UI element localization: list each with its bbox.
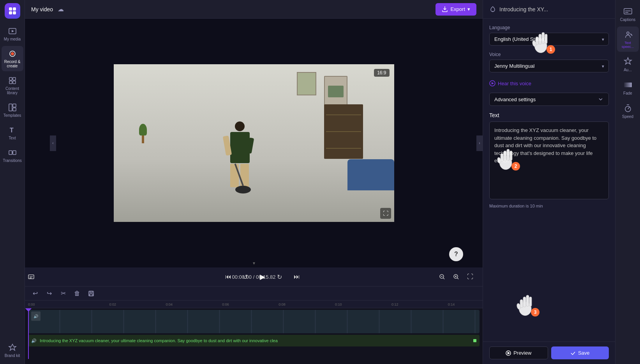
delete-button[interactable]: 🗑 [72, 288, 83, 299]
collapse-left-panel[interactable]: ‹ [50, 135, 56, 151]
ruler-marks: 0:00 0:02 0:04 0:06 0:08 0:10 0:12 0:14 [28, 302, 480, 306]
sidebar-item-templates[interactable]: Templates [2, 100, 23, 121]
preview-play-icon [506, 350, 511, 356]
ruler-mark-10: 0:10 [310, 302, 367, 306]
language-label: Language [489, 25, 609, 30]
ruler-mark-4: 0:04 [141, 302, 197, 306]
timeline-toolbar: ↩ ↪ ✂ 🗑 [25, 287, 483, 301]
text-speech-label: Textspeec... [622, 41, 634, 49]
auto-icon [623, 56, 633, 67]
timeline-area: ↩ ↪ ✂ 🗑 0:00 0:02 0:04 0:0 [25, 286, 483, 364]
far-right-item-captions[interactable]: Captions [617, 3, 639, 25]
language-select[interactable]: English (United States) [489, 33, 609, 46]
svg-line-43 [628, 107, 629, 109]
video-title[interactable]: My video [31, 6, 53, 12]
collapse-right-panel[interactable]: › [476, 135, 483, 151]
app-logo [5, 3, 20, 19]
sidebar-item-brand[interactable]: Brand kit [2, 340, 23, 361]
svg-rect-37 [624, 9, 632, 14]
voice-label: Voice [489, 52, 609, 57]
auto-save-icon: ☁ [58, 5, 64, 13]
caption-toggle-button[interactable] [25, 271, 37, 283]
sidebar-item-transitions[interactable]: Transitions [2, 145, 23, 166]
redo-button[interactable]: ↪ [44, 288, 55, 299]
help-button[interactable]: ? [449, 247, 463, 261]
panel-actions: Preview Save [483, 341, 615, 364]
save-button[interactable]: Save [551, 346, 609, 359]
svg-rect-17 [13, 151, 16, 155]
timeline-ruler: 0:00 0:02 0:04 0:06 0:08 0:10 0:12 0:14 [25, 301, 483, 308]
svg-line-23 [443, 278, 444, 279]
sidebar-label-text: Text [9, 136, 16, 140]
ruler-mark-2: 0:02 [85, 302, 141, 306]
voice-section: Voice Jenny Multilingual [489, 52, 609, 72]
video-track[interactable]: 🔊 [28, 310, 480, 333]
timeline-tracks: 🔊 🔊 Introducing the XYZ vacuum cleaner, … [25, 308, 483, 359]
hear-voice-button[interactable]: Hear this voice [489, 79, 531, 88]
far-right-item-speed[interactable]: Speed [617, 100, 639, 122]
video-scene [114, 64, 394, 222]
sidebar-label-record: Record &create [4, 60, 21, 68]
sidebar-item-text[interactable]: T Text [2, 122, 23, 143]
panel-content: Language English (United States) Voice J… [483, 19, 615, 341]
templates-icon [8, 103, 17, 112]
svg-rect-31 [90, 294, 93, 296]
text-icon: T [8, 125, 17, 135]
chevron-down-icon [598, 96, 604, 102]
export-button[interactable]: Export ▾ [435, 3, 476, 16]
export-icon [442, 6, 448, 12]
advanced-settings-row[interactable]: Advanced settings [489, 93, 609, 106]
sidebar-label-brand: Brand kit [5, 353, 20, 358]
sidebar-item-my-media[interactable]: My media [2, 23, 23, 44]
far-right-item-text-speech[interactable]: Textspeec... [617, 26, 639, 52]
fit-to-screen-button[interactable]: ⛶ [464, 271, 476, 283]
svg-rect-11 [13, 81, 16, 84]
video-controls-bar: ⏮ ↺ ▶ ↻ ⏭ 00:00.00 / 00:15.82 ⛶ [25, 267, 483, 286]
svg-point-7 [11, 52, 14, 55]
text-section-label: Text [489, 112, 609, 118]
svg-rect-2 [9, 11, 12, 14]
svg-marker-5 [12, 30, 14, 32]
text-content-input[interactable]: Introducing the XYZ vacuum cleaner, your… [489, 121, 609, 199]
sidebar-label-templates: Templates [4, 113, 21, 118]
svg-rect-13 [13, 104, 16, 107]
svg-rect-3 [13, 11, 16, 14]
ruler-mark-14: 0:14 [423, 302, 480, 306]
scroll-indicator: ▾ [253, 260, 255, 266]
undo-button[interactable]: ↩ [30, 288, 41, 299]
svg-rect-10 [9, 81, 12, 84]
playhead[interactable] [28, 308, 29, 359]
timecode-display: 00:00.00 / 00:15.82 [232, 274, 275, 280]
language-select-wrapper: English (United States) [489, 33, 609, 46]
fade-label: Fade [623, 91, 632, 95]
save-state-icon [88, 290, 95, 297]
svg-line-26 [457, 278, 458, 279]
aspect-ratio-badge: 16:9 [374, 69, 389, 77]
audio-track[interactable]: 🔊 Introducing the XYZ vacuum cleaner, yo… [28, 335, 480, 346]
far-right-item-auto[interactable]: Au... [617, 53, 639, 75]
preview-button[interactable]: Preview [489, 346, 548, 359]
fade-svg [623, 80, 633, 90]
cut-button[interactable]: ✂ [58, 288, 69, 299]
zoom-controls: ⛶ [436, 271, 476, 283]
hear-voice-label: Hear this voice [498, 81, 531, 86]
fade-icon [623, 80, 633, 90]
voice-select-wrapper: Jenny Multilingual [489, 60, 609, 72]
topbar: My video ☁ Export ▾ [25, 0, 483, 19]
svg-rect-0 [9, 7, 12, 11]
play-circle-icon [489, 80, 495, 86]
far-right-item-fade[interactable]: Fade [617, 77, 639, 98]
save-state-button[interactable] [86, 288, 97, 299]
zoom-in-button[interactable] [450, 271, 462, 283]
skip-end-button[interactable]: ⏭ [291, 271, 303, 283]
sidebar-item-content-library[interactable]: Content library [2, 73, 23, 98]
zoom-out-button[interactable] [436, 271, 448, 283]
svg-point-40 [627, 32, 629, 34]
sidebar-label-content: Content library [3, 86, 22, 95]
fullscreen-button[interactable]: ⛶ [380, 208, 391, 219]
export-chevron: ▾ [467, 6, 470, 12]
panel-header-title: Introducing the XY... [499, 6, 548, 12]
svg-rect-16 [9, 151, 12, 155]
voice-select[interactable]: Jenny Multilingual [489, 60, 609, 72]
sidebar-item-record-create[interactable]: Record &create [2, 46, 23, 71]
